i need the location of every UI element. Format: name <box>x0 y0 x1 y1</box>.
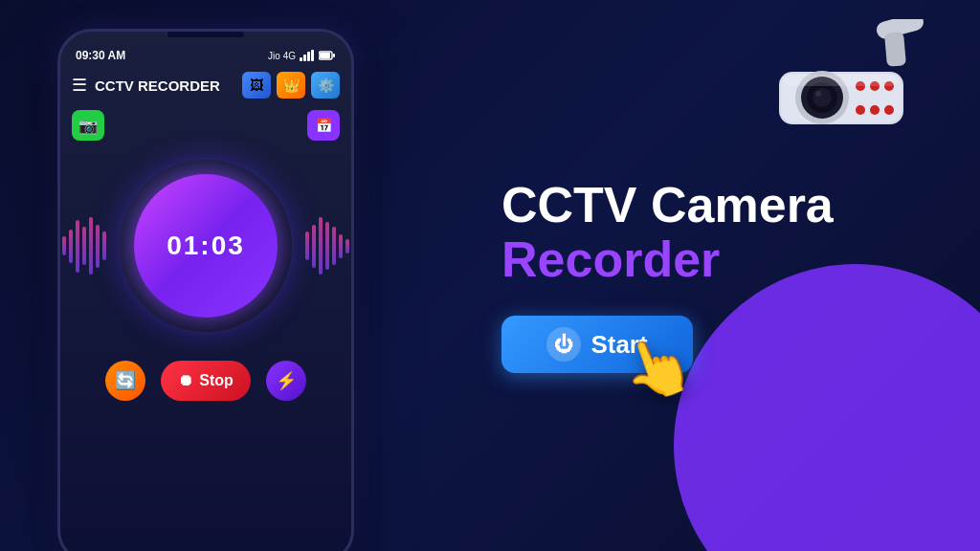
power-icon: ⏻ <box>546 327 581 362</box>
quick-btn-purple[interactable]: 📅 <box>307 110 340 141</box>
stop-label: Stop <box>199 372 234 389</box>
phone-notch <box>167 32 244 37</box>
stop-record-icon: ⏺ <box>178 372 193 389</box>
gallery-button[interactable]: 🖼 <box>242 72 271 99</box>
app-title: CCTV RECORDER <box>95 77 234 94</box>
status-time: 09:30 AM <box>76 49 125 62</box>
settings-button[interactable]: ⚙️ <box>311 72 340 99</box>
start-button-wrapper: ⏻ Start 👆 <box>501 316 712 373</box>
bottom-controls: 🔄 ⏺ Stop ⚡ <box>70 361 342 401</box>
wave-left <box>62 217 106 275</box>
heading-line2: Recorder <box>501 232 923 287</box>
status-right: Jio 4G <box>268 50 336 61</box>
phone-content: 📷 📅 01:03 <box>60 104 351 405</box>
app-bar-icons: 🖼 👑 ⚙️ <box>242 72 340 99</box>
stop-button[interactable]: ⏺ Stop <box>161 361 251 401</box>
quick-buttons-row: 📷 📅 <box>70 108 342 143</box>
status-bar: 09:30 AM Jio 4G <box>60 41 351 66</box>
app-bar: ☰ CCTV RECORDER 🖼 👑 ⚙️ <box>60 66 351 104</box>
svg-rect-21 <box>320 53 330 58</box>
flash-button[interactable]: ⚡ <box>266 361 306 401</box>
svg-rect-19 <box>311 50 314 61</box>
phone-screen: 09:30 AM Jio 4G ☰ C <box>57 29 354 551</box>
carrier-label: Jio 4G <box>268 51 296 61</box>
rotate-button[interactable]: 🔄 <box>105 361 145 401</box>
wave-right <box>305 217 349 275</box>
timer-area: 01:03 <box>70 150 342 342</box>
timer-circle: 01:03 <box>134 174 278 318</box>
phone-mockup: 09:30 AM Jio 4G ☰ C <box>57 29 383 526</box>
svg-rect-22 <box>333 54 335 57</box>
battery-icon <box>319 51 336 60</box>
svg-rect-18 <box>307 52 310 61</box>
timer-display: 01:03 <box>167 231 245 261</box>
timer-ring: 01:03 <box>120 160 292 332</box>
signal-icon <box>300 50 315 61</box>
hamburger-icon[interactable]: ☰ <box>72 75 87 96</box>
svg-rect-17 <box>303 55 306 61</box>
heading-line1: CCTV Camera <box>501 178 923 232</box>
crown-button[interactable]: 👑 <box>277 72 305 99</box>
svg-rect-16 <box>300 57 302 61</box>
right-panel: CCTV Camera Recorder ⏻ Start 👆 <box>482 0 980 551</box>
quick-btn-green[interactable]: 📷 <box>72 110 104 141</box>
